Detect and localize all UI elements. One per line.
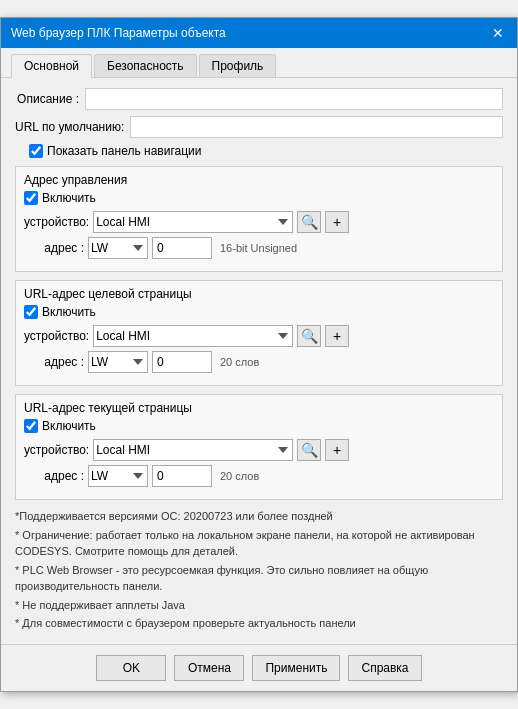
control-add-icon: + [333, 214, 341, 230]
current-addr-row: адрес : LW 20 слов [24, 465, 494, 487]
show-nav-row: Показать панель навигации [29, 144, 503, 158]
url-default-row: URL по умолчанию: [15, 116, 503, 138]
note-5: * Для совместимости с браузером проверьт… [15, 615, 503, 632]
target-add-icon: + [333, 328, 341, 344]
current-addr-input[interactable] [152, 465, 212, 487]
button-row: OK Отмена Применить Справка [1, 644, 517, 691]
current-device-select[interactable]: Local HMI [93, 439, 293, 461]
content-area: Описание : URL по умолчанию: Показать па… [1, 78, 517, 644]
target-browse-button[interactable]: 🔍 [297, 325, 321, 347]
description-row: Описание : [15, 88, 503, 110]
target-add-button[interactable]: + [325, 325, 349, 347]
control-device-select[interactable]: Local HMI [93, 211, 293, 233]
current-addr-type-select[interactable]: LW [88, 465, 148, 487]
target-enable-label: Включить [42, 305, 96, 319]
control-device-row: устройство: Local HMI 🔍 + [24, 211, 494, 233]
control-addr-label: адрес : [24, 241, 84, 255]
target-url-title: URL-адрес целевой страницы [24, 287, 494, 301]
current-browse-button[interactable]: 🔍 [297, 439, 321, 461]
main-window: Web браузер ПЛК Параметры объекта ✕ Осно… [0, 17, 518, 692]
control-addr-input[interactable] [152, 237, 212, 259]
title-bar: Web браузер ПЛК Параметры объекта ✕ [1, 18, 517, 48]
current-url-title: URL-адрес текущей страницы [24, 401, 494, 415]
note-4: * Не поддерживает апплеты Java [15, 597, 503, 614]
note-3: * PLC Web Browser - это ресурсоемкая фун… [15, 562, 503, 595]
control-enable-checkbox[interactable] [24, 191, 38, 205]
control-addr-row: адрес : LW 16-bit Unsigned [24, 237, 494, 259]
cancel-button[interactable]: Отмена [174, 655, 244, 681]
target-browse-icon: 🔍 [301, 328, 318, 344]
current-url-section: URL-адрес текущей страницы Включить устр… [15, 394, 503, 500]
notes-section: *Поддерживается версиями ОС: 20200723 ил… [15, 508, 503, 632]
target-device-select[interactable]: Local HMI [93, 325, 293, 347]
control-address-title: Адрес управления [24, 173, 494, 187]
control-browse-icon: 🔍 [301, 214, 318, 230]
tab-profile[interactable]: Профиль [199, 54, 277, 77]
target-enable-row: Включить [24, 305, 494, 319]
show-nav-checkbox[interactable] [29, 144, 43, 158]
current-device-row: устройство: Local HMI 🔍 + [24, 439, 494, 461]
control-enable-label: Включить [42, 191, 96, 205]
control-device-label: устройство: [24, 215, 89, 229]
current-addr-label: адрес : [24, 469, 84, 483]
current-enable-label: Включить [42, 419, 96, 433]
target-enable-checkbox[interactable] [24, 305, 38, 319]
target-addr-type-select[interactable]: LW [88, 351, 148, 373]
note-2: * Ограничение: работает только на локаль… [15, 527, 503, 560]
help-button[interactable]: Справка [348, 655, 421, 681]
current-browse-icon: 🔍 [301, 442, 318, 458]
url-default-label: URL по умолчанию: [15, 120, 130, 134]
target-addr-row: адрес : LW 20 слов [24, 351, 494, 373]
target-addr-input[interactable] [152, 351, 212, 373]
current-enable-checkbox[interactable] [24, 419, 38, 433]
target-addr-label: адрес : [24, 355, 84, 369]
tab-basic[interactable]: Основной [11, 54, 92, 78]
current-enable-row: Включить [24, 419, 494, 433]
window-title: Web браузер ПЛК Параметры объекта [11, 26, 226, 40]
target-device-row: устройство: Local HMI 🔍 + [24, 325, 494, 347]
ok-button[interactable]: OK [96, 655, 166, 681]
tab-security[interactable]: Безопасность [94, 54, 197, 77]
control-type-label: 16-bit Unsigned [220, 242, 297, 254]
description-input[interactable] [85, 88, 503, 110]
url-default-input[interactable] [130, 116, 503, 138]
close-button[interactable]: ✕ [489, 24, 507, 42]
target-device-label: устройство: [24, 329, 89, 343]
apply-button[interactable]: Применить [252, 655, 340, 681]
description-label: Описание : [15, 92, 85, 106]
control-address-section: Адрес управления Включить устройство: Lo… [15, 166, 503, 272]
target-url-section: URL-адрес целевой страницы Включить устр… [15, 280, 503, 386]
tab-bar: Основной Безопасность Профиль [1, 48, 517, 78]
current-add-button[interactable]: + [325, 439, 349, 461]
note-1: *Поддерживается версиями ОС: 20200723 ил… [15, 508, 503, 525]
current-add-icon: + [333, 442, 341, 458]
control-browse-button[interactable]: 🔍 [297, 211, 321, 233]
control-addr-type-select[interactable]: LW [88, 237, 148, 259]
current-device-label: устройство: [24, 443, 89, 457]
current-words-label: 20 слов [220, 470, 259, 482]
target-words-label: 20 слов [220, 356, 259, 368]
show-nav-label: Показать панель навигации [47, 144, 201, 158]
control-add-button[interactable]: + [325, 211, 349, 233]
control-enable-row: Включить [24, 191, 494, 205]
